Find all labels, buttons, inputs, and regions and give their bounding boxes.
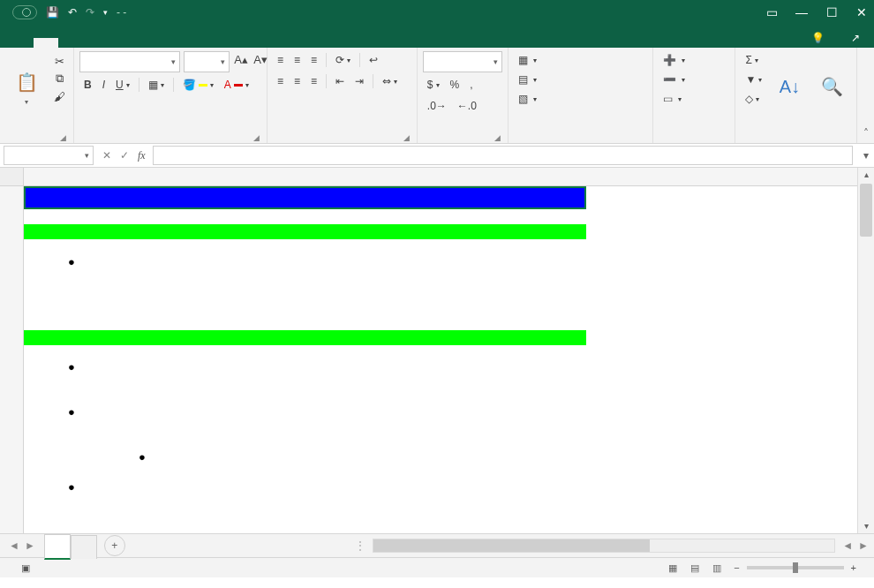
wrap-text-icon[interactable]: ↩ bbox=[365, 51, 382, 69]
bold-button[interactable]: B bbox=[79, 76, 96, 94]
conditional-formatting-button[interactable]: ▦▾ bbox=[514, 51, 541, 69]
tab-insert[interactable] bbox=[58, 38, 83, 48]
sheet-tab-about[interactable] bbox=[44, 534, 71, 560]
ribbon-display-icon[interactable]: ▭ bbox=[765, 5, 779, 19]
doc-title-cell[interactable] bbox=[24, 186, 586, 209]
merge-center-icon[interactable]: ⇔▾ bbox=[378, 72, 402, 90]
macro-record-icon[interactable]: ▣ bbox=[21, 562, 30, 574]
increase-indent-icon[interactable]: ⇥ bbox=[350, 72, 368, 90]
accounting-format-icon[interactable]: $▾ bbox=[423, 76, 444, 94]
status-bar: ▣ ▦ ▤ ▥ − + bbox=[0, 557, 874, 577]
collapse-ribbon-icon[interactable]: ˄ bbox=[863, 127, 869, 139]
comma-format-icon[interactable]: , bbox=[465, 76, 477, 94]
format-painter-icon[interactable]: 🖌 bbox=[51, 88, 67, 104]
cancel-formula-icon[interactable]: ✕ bbox=[102, 149, 111, 162]
name-box[interactable]: ▾ bbox=[4, 146, 94, 165]
select-all-corner[interactable] bbox=[0, 168, 23, 186]
fill-color-button[interactable]: 🪣▾ bbox=[178, 76, 218, 94]
tab-page-layout[interactable] bbox=[83, 38, 108, 48]
maximize-icon[interactable]: ☐ bbox=[825, 5, 839, 19]
align-top-icon[interactable]: ≡ bbox=[273, 51, 288, 69]
tab-xychart[interactable] bbox=[281, 38, 305, 48]
fill-button[interactable]: ▼▾ bbox=[741, 71, 766, 88]
overview-header[interactable] bbox=[24, 330, 586, 345]
font-color-button[interactable]: A▾ bbox=[220, 76, 253, 94]
tab-review[interactable] bbox=[157, 38, 182, 48]
number-format-select[interactable]: ▾ bbox=[423, 51, 502, 72]
autosave-toggle[interactable] bbox=[12, 5, 37, 19]
redo-icon[interactable]: ↷ bbox=[86, 6, 94, 19]
underline-button[interactable]: U▾ bbox=[111, 76, 134, 94]
page-layout-view-icon[interactable]: ▤ bbox=[685, 562, 704, 573]
scroll-right-icon[interactable]: ► bbox=[858, 539, 869, 552]
zoom-out-icon[interactable]: − bbox=[734, 562, 739, 573]
find-select-button[interactable]: 🔍 bbox=[812, 51, 851, 122]
enter-formula-icon[interactable]: ✓ bbox=[120, 149, 129, 162]
percent-format-icon[interactable]: % bbox=[446, 76, 464, 94]
decrease-decimal-icon[interactable]: ←.0 bbox=[453, 97, 481, 115]
increase-decimal-icon[interactable]: .0→ bbox=[423, 97, 451, 115]
paste-button[interactable]: 📋 ▾ bbox=[5, 51, 48, 122]
license-header[interactable] bbox=[24, 224, 586, 239]
horizontal-scrollbar[interactable] bbox=[373, 539, 835, 553]
align-left-icon[interactable]: ≡ bbox=[273, 72, 288, 90]
tab-view[interactable] bbox=[182, 38, 207, 48]
tab-home[interactable] bbox=[34, 38, 58, 48]
next-sheet-icon[interactable]: ► bbox=[25, 539, 35, 552]
tab-data[interactable] bbox=[132, 38, 157, 48]
prev-sheet-icon[interactable]: ◄ bbox=[9, 539, 19, 552]
format-as-table-button[interactable]: ▤▾ bbox=[514, 71, 541, 88]
tab-file[interactable] bbox=[9, 38, 34, 48]
scroll-left-icon[interactable]: ◄ bbox=[842, 539, 853, 552]
share-icon[interactable]: ↗ bbox=[851, 32, 860, 44]
sheet-tab-bar: ◄ ► + ⋮ ◄ ► bbox=[0, 533, 874, 557]
delete-cells-button[interactable]: ➖▾ bbox=[659, 71, 689, 88]
fx-icon[interactable]: fx bbox=[138, 149, 146, 162]
clear-button[interactable]: ◇▾ bbox=[741, 90, 766, 108]
font-name-select[interactable]: ▾ bbox=[79, 51, 180, 72]
insert-cells-button[interactable]: ➕▾ bbox=[659, 51, 689, 69]
increase-font-icon[interactable]: A▴ bbox=[233, 51, 249, 67]
cell-styles-button[interactable]: ▧▾ bbox=[514, 90, 541, 108]
font-size-select[interactable]: ▾ bbox=[184, 51, 230, 72]
cond-format-icon: ▦ bbox=[518, 54, 528, 66]
search-icon: 🔍 bbox=[819, 74, 844, 99]
scroll-up-icon[interactable]: ▴ bbox=[858, 168, 874, 182]
close-icon[interactable]: ✕ bbox=[855, 5, 869, 19]
tab-specialty[interactable] bbox=[207, 38, 231, 48]
copy-icon[interactable]: ⧉ bbox=[51, 71, 67, 87]
scroll-down-icon[interactable]: ▾ bbox=[858, 519, 874, 533]
tell-me-icon[interactable]: 💡 bbox=[811, 32, 825, 44]
cut-icon[interactable]: ✂ bbox=[51, 53, 67, 69]
orientation-icon[interactable]: ⟳▾ bbox=[331, 51, 355, 69]
align-bottom-icon[interactable]: ≡ bbox=[306, 51, 321, 69]
qat-customize-icon[interactable]: ▾ bbox=[103, 8, 108, 17]
align-right-icon[interactable]: ≡ bbox=[306, 72, 321, 90]
undo-icon[interactable]: ↶ bbox=[68, 6, 77, 19]
align-middle-icon[interactable]: ≡ bbox=[290, 51, 305, 69]
minimize-icon[interactable]: — bbox=[795, 5, 809, 19]
sheet-tab-exercises[interactable] bbox=[71, 535, 97, 559]
align-center-icon[interactable]: ≡ bbox=[290, 72, 305, 90]
format-cells-button[interactable]: ▭▾ bbox=[659, 90, 686, 108]
borders-button[interactable]: ▦▾ bbox=[144, 76, 169, 94]
tab-nitro[interactable] bbox=[256, 38, 281, 48]
normal-view-icon[interactable]: ▦ bbox=[663, 562, 682, 573]
zoom-slider[interactable] bbox=[747, 566, 844, 569]
expand-formula-bar-icon[interactable]: ▾ bbox=[858, 149, 874, 162]
decrease-indent-icon[interactable]: ⇤ bbox=[331, 72, 349, 90]
formula-input[interactable] bbox=[153, 146, 853, 165]
vertical-scrollbar[interactable]: ▴ ▾ bbox=[857, 168, 874, 533]
formula-bar: ▾ ✕ ✓ fx ▾ bbox=[0, 144, 874, 168]
scroll-thumb[interactable] bbox=[860, 184, 872, 237]
italic-button[interactable]: I bbox=[98, 76, 109, 94]
zoom-in-icon[interactable]: + bbox=[851, 562, 856, 573]
sort-filter-button[interactable]: A↓ bbox=[770, 51, 809, 122]
page-break-view-icon[interactable]: ▥ bbox=[707, 562, 727, 573]
new-sheet-button[interactable]: + bbox=[104, 535, 125, 556]
decrease-font-icon[interactable]: A▾ bbox=[252, 51, 268, 67]
tab-help[interactable] bbox=[231, 38, 256, 48]
tab-formulas[interactable] bbox=[108, 38, 132, 48]
autosum-button[interactable]: Σ▾ bbox=[741, 51, 766, 69]
save-icon[interactable]: 💾 bbox=[46, 6, 59, 19]
